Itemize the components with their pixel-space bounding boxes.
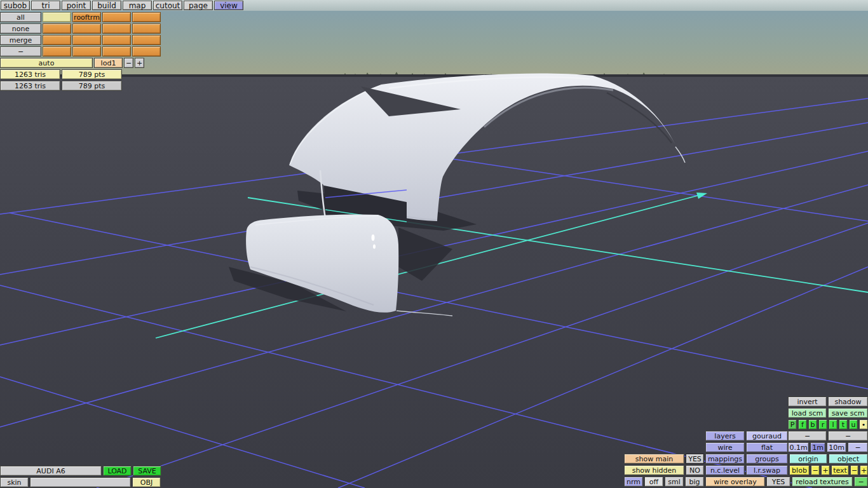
flag-t-toggle[interactable]: t <box>839 419 848 430</box>
wire-button[interactable]: wire <box>705 442 745 452</box>
tab-view[interactable]: view <box>214 1 243 10</box>
reload-dash-button[interactable]: − <box>854 477 868 487</box>
specular-glint <box>373 245 376 249</box>
text-button[interactable]: text <box>831 465 849 475</box>
subobject-slot[interactable] <box>102 24 131 34</box>
menu-bar: subob tri point build map cutout page vi… <box>0 0 868 11</box>
subobject-slot[interactable] <box>132 12 161 22</box>
blob-button[interactable]: blob <box>789 465 810 475</box>
subobject-slot[interactable] <box>102 35 131 45</box>
grid-size-1m-button[interactable]: 1m <box>810 442 825 452</box>
show-hidden-value[interactable]: NO <box>686 465 704 475</box>
off-button[interactable]: off <box>644 477 663 487</box>
subobject-slot[interactable] <box>72 24 101 34</box>
lod-plus-button[interactable]: + <box>135 58 144 68</box>
tris-count-current: 1263 tris <box>0 69 60 79</box>
tab-point[interactable]: point <box>62 1 91 10</box>
text-minus-button[interactable]: − <box>850 465 858 475</box>
reload-textures-button[interactable]: reload textures <box>792 477 853 487</box>
sml-button[interactable]: sml <box>665 477 684 487</box>
load-scm-button[interactable]: load scm <box>788 408 827 418</box>
lod-level-button[interactable]: lod1 <box>94 58 123 68</box>
flat-button[interactable]: flat <box>746 442 788 452</box>
app-window: subob tri point build map cutout page vi… <box>0 0 868 488</box>
layers-button[interactable]: layers <box>705 431 745 441</box>
subobject-slot[interactable] <box>132 24 161 34</box>
dash-button[interactable]: − <box>0 46 41 57</box>
grid-size-01m-button[interactable]: 0.1m <box>788 442 809 452</box>
subobject-slot[interactable] <box>72 35 101 45</box>
select-none-button[interactable]: none <box>0 24 41 34</box>
origin-button[interactable]: origin <box>789 454 827 464</box>
text-plus-button[interactable]: + <box>860 465 868 475</box>
subobject-slot[interactable] <box>72 46 101 57</box>
pts-count-current: 789 pts <box>62 69 122 79</box>
mappings-button[interactable]: mappings <box>705 454 745 464</box>
pts-count-total: 789 pts <box>62 81 122 91</box>
save-scm-button[interactable]: save scm <box>828 408 868 418</box>
wire-overlay-button[interactable]: wire overlay <box>705 477 765 487</box>
subobject-slot[interactable] <box>102 46 131 57</box>
tab-cutout[interactable]: cutout <box>153 1 182 10</box>
blob-plus-button[interactable]: + <box>821 465 830 475</box>
skin-button[interactable]: skin <box>0 477 29 487</box>
obj-button[interactable]: OBJ <box>132 477 161 487</box>
lod-auto-button[interactable]: auto <box>0 58 93 68</box>
nrm-button[interactable]: nrm <box>624 477 643 487</box>
blob-minus-button[interactable]: − <box>811 465 820 475</box>
dash-a-button[interactable]: − <box>788 431 827 441</box>
tris-count-total: 1263 tris <box>0 81 60 91</box>
lod-minus-button[interactable]: − <box>124 58 133 68</box>
grid-size-10m-button[interactable]: 10m <box>827 442 846 452</box>
tab-subob[interactable]: subob <box>1 1 30 10</box>
tab-page[interactable]: page <box>184 1 213 10</box>
viewport-3d[interactable] <box>0 0 868 488</box>
object-button[interactable]: object <box>829 454 868 464</box>
flag-u-toggle[interactable]: u <box>849 419 858 430</box>
merge-button[interactable]: merge <box>0 35 41 45</box>
big-button[interactable]: big <box>685 477 704 487</box>
flag-b-toggle[interactable]: b <box>808 419 817 430</box>
gouraud-button[interactable]: gouraud <box>746 431 788 441</box>
lr-swap-button[interactable]: l.r.swap <box>746 465 788 475</box>
show-hidden-button[interactable]: show hidden <box>624 465 684 475</box>
flag-dot-toggle[interactable]: • <box>859 419 868 430</box>
wire-overlay-value[interactable]: YES <box>766 477 790 487</box>
subobject-slot[interactable] <box>132 46 161 57</box>
subobject-slot-selected[interactable] <box>43 12 71 22</box>
subobject-slot[interactable] <box>43 24 71 34</box>
flag-r-toggle[interactable]: r <box>818 419 827 430</box>
subobject-slot[interactable] <box>43 35 71 45</box>
subobject-slot[interactable] <box>132 35 161 45</box>
invert-button[interactable]: invert <box>788 396 827 407</box>
save-button[interactable]: SAVE <box>133 466 161 476</box>
flag-f-toggle[interactable]: f <box>798 419 807 430</box>
flag-P-toggle[interactable]: P <box>788 419 797 430</box>
flag-l-toggle[interactable]: l <box>829 419 837 430</box>
dash-b-button[interactable]: − <box>828 431 868 441</box>
tab-tri[interactable]: tri <box>31 1 60 10</box>
tab-map[interactable]: map <box>123 1 152 10</box>
specular-glint <box>372 234 375 241</box>
grid-size-dash-button[interactable]: − <box>848 442 868 452</box>
skin-name-field[interactable] <box>30 477 131 487</box>
subobject-slot[interactable] <box>102 12 131 22</box>
tab-build[interactable]: build <box>92 1 121 10</box>
subobject-slot[interactable] <box>43 46 71 57</box>
groups-button[interactable]: groups <box>746 454 788 464</box>
show-main-value[interactable]: YES <box>686 454 704 464</box>
load-button[interactable]: LOAD <box>103 466 132 476</box>
shadow-button[interactable]: shadow <box>828 396 868 407</box>
select-all-button[interactable]: all <box>0 12 41 22</box>
subobject-slot-rooftrm[interactable]: rooftrm <box>72 12 101 22</box>
model-name-field[interactable]: AUDI A6 <box>0 466 102 476</box>
nc-level-button[interactable]: n.c.level <box>705 465 745 475</box>
show-main-button[interactable]: show main <box>624 454 684 464</box>
